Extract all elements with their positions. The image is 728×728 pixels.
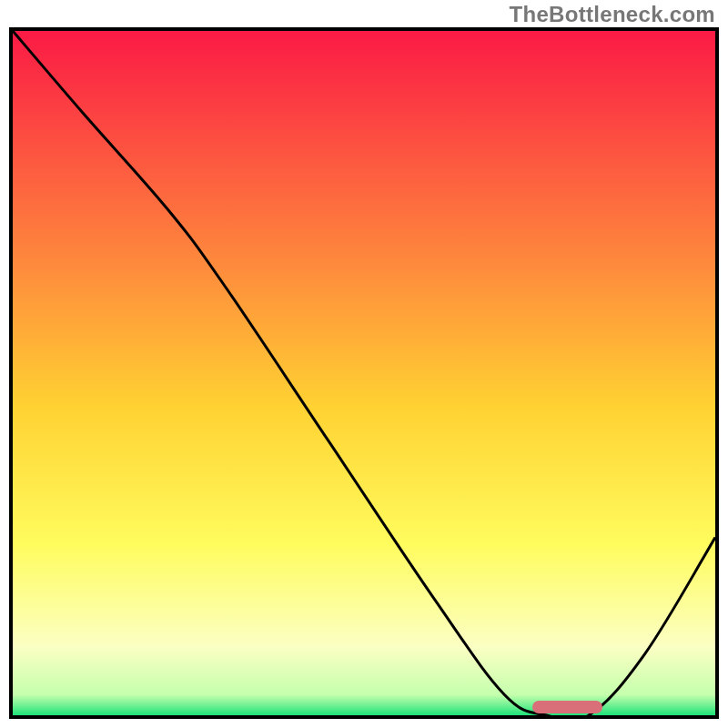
- optimal-range-marker: [532, 701, 602, 713]
- chart-svg: [13, 31, 715, 715]
- watermark-text: TheBottleneck.com: [510, 2, 715, 27]
- gradient-background: [13, 31, 715, 715]
- chart-frame: [9, 27, 719, 719]
